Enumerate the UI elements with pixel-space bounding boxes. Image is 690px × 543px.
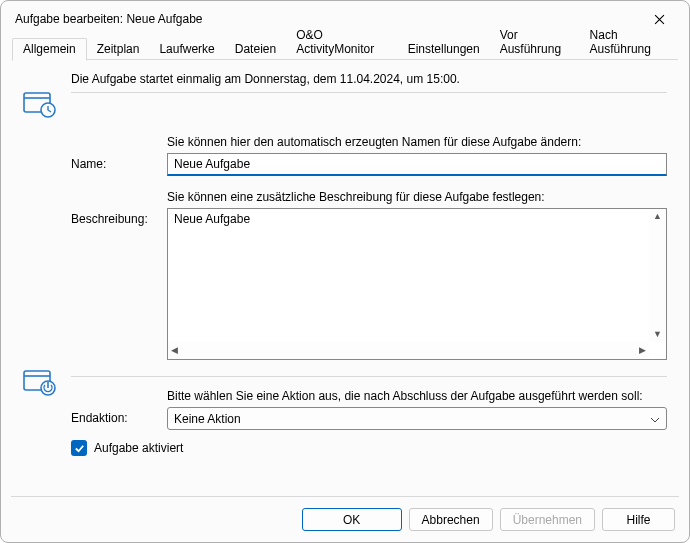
tab-allgemein[interactable]: Allgemein <box>12 38 87 61</box>
tab-dateien[interactable]: Dateien <box>225 39 286 60</box>
description-row: Beschreibung: Sie können eine zusätzlich… <box>23 190 667 360</box>
activate-checkbox[interactable] <box>71 440 87 456</box>
summary-text: Die Aufgabe startet einmalig am Donnerst… <box>71 72 667 86</box>
dialog-window: Aufgabe bearbeiten: Neue Aufgabe Allgeme… <box>0 0 690 543</box>
scroll-right-icon: ▶ <box>636 343 649 358</box>
icon-column <box>23 72 71 121</box>
scroll-up-icon: ▲ <box>650 209 665 224</box>
description-label: Beschreibung: <box>71 190 167 226</box>
description-hint: Sie können eine zusätzliche Beschreibung… <box>167 190 667 204</box>
icon-column-2 <box>23 366 71 399</box>
tab-einstellungen[interactable]: Einstellungen <box>398 39 490 60</box>
name-label: Name: <box>71 135 167 171</box>
description-textarea[interactable] <box>168 209 649 342</box>
tab-activitymonitor[interactable]: O&O ActivityMonitor <box>286 25 397 60</box>
tab-zeitplan[interactable]: Zeitplan <box>87 39 150 60</box>
divider-2 <box>71 376 667 377</box>
tab-nach-ausfuehrung[interactable]: Nach Ausführung <box>580 25 678 60</box>
endaction-hint: Bitte wählen Sie eine Aktion aus, die na… <box>167 389 667 403</box>
description-field-wrap: ▲ ▼ ◀ ▶ <box>167 208 667 360</box>
tab-laufwerke[interactable]: Laufwerke <box>149 39 224 60</box>
name-row: Name: Sie können hier den automatisch er… <box>23 135 667 176</box>
vertical-scrollbar[interactable]: ▲ ▼ <box>649 209 666 342</box>
apply-button[interactable]: Übernehmen <box>500 508 595 531</box>
window-title: Aufgabe bearbeiten: Neue Aufgabe <box>15 12 639 26</box>
tab-bar: Allgemein Zeitplan Laufwerke Dateien O&O… <box>1 37 689 60</box>
scroll-down-icon: ▼ <box>650 327 665 342</box>
activate-row[interactable]: Aufgabe aktiviert <box>71 440 667 456</box>
endaction-select[interactable]: Keine Aktion <box>167 407 667 430</box>
help-button[interactable]: Hilfe <box>602 508 675 531</box>
endaction-label: Endaktion: <box>71 389 167 425</box>
tab-vor-ausfuehrung[interactable]: Vor Ausführung <box>490 25 580 60</box>
close-icon <box>654 14 665 25</box>
ok-button[interactable]: OK <box>302 508 402 531</box>
horizontal-scrollbar[interactable]: ◀ ▶ <box>168 342 649 359</box>
activate-label: Aufgabe aktiviert <box>94 441 183 455</box>
name-input[interactable] <box>167 153 667 176</box>
task-end-icon <box>23 385 57 399</box>
check-icon <box>74 443 85 454</box>
name-hint: Sie können hier den automatisch erzeugte… <box>167 135 667 149</box>
summary-row: Die Aufgabe startet einmalig am Donnerst… <box>23 72 667 121</box>
divider <box>71 92 667 93</box>
dialog-footer: OK Abbrechen Übernehmen Hilfe <box>11 496 679 542</box>
cancel-button[interactable]: Abbrechen <box>409 508 493 531</box>
endaction-row: Endaktion: Bitte wählen Sie eine Aktion … <box>23 366 667 430</box>
tab-content: Die Aufgabe startet einmalig am Donnerst… <box>1 60 689 496</box>
task-clock-icon <box>23 107 57 121</box>
scroll-left-icon: ◀ <box>168 343 181 358</box>
